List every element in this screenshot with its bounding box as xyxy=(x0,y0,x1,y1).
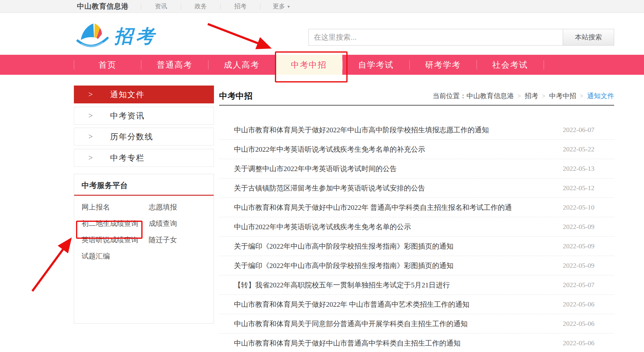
nav-tab-self-study-exam[interactable]: 自学考试 xyxy=(342,55,409,75)
notice-date: 2022-05-09 xyxy=(563,242,594,250)
notice-date: 2022-05-06 xyxy=(563,339,594,347)
chevron-right-icon: > xyxy=(88,111,93,120)
sidebar-item-zhongkao-news[interactable]: > 中考资讯 xyxy=(74,107,214,125)
table-row: 关于编印《2022年中山市高中阶段学校招生报考指南》彩图插页的通知 2022-0… xyxy=(219,256,614,275)
breadcrumb-item-notices-current[interactable]: 通知文件 xyxy=(587,91,614,101)
service-links: 网上报名 志愿填报 初二地生成绩查询 成绩查询 英语听说成绩查询 随迁子女 试题… xyxy=(74,196,214,261)
service-link-grade8-score-query[interactable]: 初二地生成绩查询 xyxy=(82,219,149,228)
sidebar-item-notices[interactable]: > 通知文件 xyxy=(74,86,214,103)
nav-divider xyxy=(208,60,208,70)
notice-date: 2022-05-13 xyxy=(563,165,594,173)
sidebar-item-label: 通知文件 xyxy=(110,89,145,100)
breadcrumb-separator-icon: > xyxy=(517,93,521,100)
service-link-exam-question-compilation[interactable]: 试题汇编 xyxy=(82,251,149,261)
sidebar-item-label: 中考资讯 xyxy=(110,110,145,121)
notice-date: 2022-05-22 xyxy=(563,145,594,153)
notice-link[interactable]: 【转】我省2022年高职院校五年一贯制单独招生考试定于5月21日进行 xyxy=(234,280,553,290)
topbar-more-menu[interactable]: 更多 ▾ xyxy=(260,2,299,10)
service-link-score-query[interactable]: 成绩查询 xyxy=(149,219,214,228)
notice-link[interactable]: 中山市2022年中考英语听说考试残疾考生免考名单的公示 xyxy=(234,222,553,232)
page: 中山教育信息港 资讯 政务 招考 更多 ▾ 招考 xyxy=(0,0,644,352)
breadcrumb-separator-icon: > xyxy=(580,93,583,100)
sidebar-item-label: 中考专栏 xyxy=(110,153,145,163)
table-row: 中山市2022年中考英语听说考试残疾考生免考名单的补充公示 2022-05-22 xyxy=(219,140,614,159)
notice-date: 2022-05-09 xyxy=(563,223,594,231)
notice-link[interactable]: 中山市教育和体育局关于同意部分普通高中开展学科类自主招生工作的通知 xyxy=(234,319,553,329)
table-row: 中山市教育和体育局关于做好2022年 中山市普通高中艺术类招生工作的通知 202… xyxy=(219,295,614,314)
service-link-online-signup[interactable]: 网上报名 xyxy=(82,202,149,212)
search-button[interactable]: 本站搜索 xyxy=(563,29,614,45)
notice-link[interactable]: 中山市教育和体育局关于做好2022年中山市高中阶段学校招生填报志愿工作的通知 xyxy=(234,125,553,135)
logo-wordmark: 招考 xyxy=(114,24,157,49)
table-row: 中山市教育和体育局关于做好中山市2022年 普通高中学科类自主招生报名和考试工作… xyxy=(219,198,614,217)
notice-link[interactable]: 关于调整中山市2022年中考英语听说考试时间的公告 xyxy=(234,164,553,174)
notice-link[interactable]: 中山市2022年中考英语听说考试残疾考生免考名单的补充公示 xyxy=(234,145,553,154)
topbar-link-admissions[interactable]: 招考 xyxy=(221,2,260,10)
more-label: 更多 xyxy=(273,2,285,10)
table-row: 中山市教育和体育局关于做好2022年中山市高中阶段学校招生填报志愿工作的通知 2… xyxy=(219,120,614,140)
nav-divider xyxy=(544,60,544,70)
table-row: 关于古镇镇防范区滞留考生参加中考英语听说考试安排的公告 2022-05-12 xyxy=(219,178,614,198)
sidebar-item-zhongkao-column[interactable]: > 中考专栏 xyxy=(74,149,214,167)
breadcrumb-separator-icon: > xyxy=(542,93,545,100)
breadcrumb-item-site[interactable]: 中山教育信息港 xyxy=(466,91,514,101)
notice-date: 2022-05-06 xyxy=(563,300,594,308)
notice-link[interactable]: 关于编印《2022年中山市高中阶段学校招生报考指南》彩图插页的通知 xyxy=(234,242,553,251)
notice-link[interactable]: 关于古镇镇防范区滞留考生参加中考英语听说考试安排的公告 xyxy=(234,183,553,193)
site-search: 本站搜索 xyxy=(308,29,614,46)
nav-tab-home[interactable]: 首页 xyxy=(74,55,141,75)
notice-date: 2022-05-10 xyxy=(563,203,594,211)
notice-date: 2022-05-12 xyxy=(563,184,594,192)
notice-date: 2022-05-06 xyxy=(563,320,594,328)
breadcrumb-item-admissions[interactable]: 招考 xyxy=(525,91,538,101)
table-row: 关于编印《2022年中山市高中阶段学校招生报考指南》彩图插页的通知 2022-0… xyxy=(219,237,614,256)
service-link-english-listening-score-query[interactable]: 英语听说成绩查询 xyxy=(82,235,149,245)
table-row: 中山市教育和体育局关于做好中山市普通高中学科类自主招生工作的通知 2022-05… xyxy=(219,334,614,352)
sidebar-item-label: 历年分数线 xyxy=(110,131,153,142)
nav-divider xyxy=(477,60,477,70)
annotation-arrow-to-english-score-link xyxy=(26,233,78,296)
notice-link[interactable]: 中山市教育和体育局关于做好中山市普通高中学科类自主招生工作的通知 xyxy=(234,338,553,348)
site-logo[interactable]: 招考 xyxy=(75,21,157,52)
table-row: 中山市2022年中考英语听说考试残疾考生免考名单的公示 2022-05-09 xyxy=(219,217,614,237)
nav-tab-social-exam[interactable]: 社会考试 xyxy=(477,55,544,75)
topbar-link-news[interactable]: 资讯 xyxy=(141,2,181,10)
site-header: 招考 本站搜索 xyxy=(0,13,644,55)
nav-tab-postgrad-exam[interactable]: 研考学考 xyxy=(409,55,477,75)
service-platform-panel: 中考服务平台 网上报名 志愿填报 初二地生成绩查询 成绩查询 英语听说成绩查询 … xyxy=(74,174,214,324)
nav-divider xyxy=(141,60,141,70)
service-platform-title: 中考服务平台 xyxy=(74,174,214,196)
notice-list: 中山市教育和体育局关于做好2022年中山市高中阶段学校招生填报志愿工作的通知 2… xyxy=(219,106,614,352)
notice-date: 2022-06-07 xyxy=(563,126,594,134)
site-name[interactable]: 中山教育信息港 xyxy=(77,2,129,11)
notice-link[interactable]: 中山市教育和体育局关于做好2022年 中山市普通高中艺术类招生工作的通知 xyxy=(234,300,553,309)
breadcrumb-item-zhongkao[interactable]: 中考中招 xyxy=(549,91,576,101)
chevron-down-icon: ▾ xyxy=(288,4,290,9)
chevron-right-icon: > xyxy=(88,132,93,141)
nav-divider xyxy=(342,60,343,70)
nav-divider xyxy=(74,60,74,70)
table-row: 关于调整中山市2022年中考英语听说考试时间的公告 2022-05-13 xyxy=(219,159,614,178)
chevron-right-icon: > xyxy=(88,153,93,162)
notice-link[interactable]: 关于编印《2022年中山市高中阶段学校招生报考指南》彩图插页的通知 xyxy=(234,261,553,270)
notice-date: 2022-05-07 xyxy=(563,281,594,289)
chevron-right-icon: > xyxy=(88,90,93,99)
nav-tab-gaokao[interactable]: 普通高考 xyxy=(141,55,208,75)
page-title: 中考中招 xyxy=(219,90,252,102)
book-swoosh-logo-icon xyxy=(75,21,109,52)
topbar-link-gov[interactable]: 政务 xyxy=(181,2,220,10)
breadcrumb-prefix: 当前位置： xyxy=(433,91,466,101)
table-row: 中山市教育和体育局关于同意部分普通高中开展学科类自主招生工作的通知 2022-0… xyxy=(219,314,614,334)
sidebar-item-score-lines[interactable]: > 历年分数线 xyxy=(74,128,214,146)
primary-navbar: 首页 普通高考 成人高考 中考中招 自学考试 研考学考 社会考试 xyxy=(0,55,644,75)
service-link-migrant-children[interactable]: 随迁子女 xyxy=(149,235,214,245)
search-input[interactable] xyxy=(309,29,563,45)
nav-divider xyxy=(409,60,410,70)
breadcrumb: 当前位置： 中山教育信息港 > 招考 > 中考中招 > 通知文件 xyxy=(433,91,614,101)
content-header: 中考中招 当前位置： 中山教育信息港 > 招考 > 中考中招 > 通知文件 xyxy=(219,87,614,106)
notice-link[interactable]: 中山市教育和体育局关于做好中山市2022年 普通高中学科类自主招生报名和考试工作… xyxy=(234,203,553,212)
service-link-preference-filling[interactable]: 志愿填报 xyxy=(149,202,214,212)
nav-tab-adult-exam[interactable]: 成人高考 xyxy=(208,55,275,75)
nav-tab-zhongkao-active[interactable]: 中考中招 xyxy=(275,55,342,75)
top-utility-bar: 中山教育信息港 资讯 政务 招考 更多 ▾ xyxy=(0,0,644,13)
